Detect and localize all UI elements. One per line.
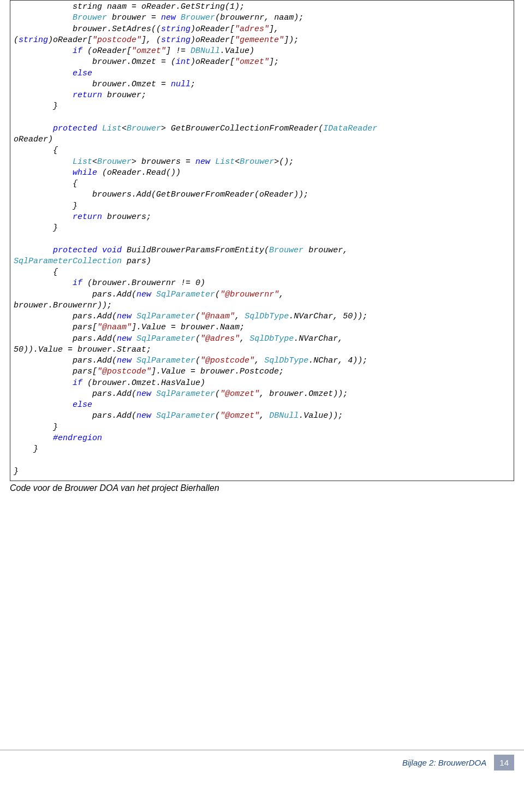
code-line: string naam = oReader.GetString(1); bbox=[14, 2, 245, 11]
page-footer: Bijlage 2: BrouwerDOA 14 bbox=[0, 750, 524, 770]
code-caption: Code voor de Brouwer DOA van het project… bbox=[10, 483, 524, 493]
code-block: string naam = oReader.GetString(1); Brou… bbox=[10, 0, 514, 481]
footer-label: Bijlage 2: BrouwerDOA bbox=[402, 758, 486, 767]
page-number: 14 bbox=[494, 755, 514, 770]
